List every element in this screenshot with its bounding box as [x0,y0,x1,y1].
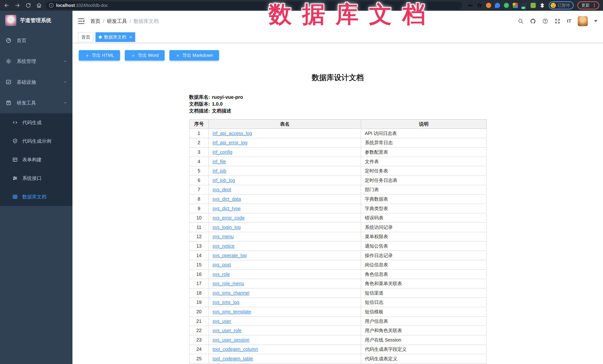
export-button-0[interactable]: ＋导出 HTML [79,50,120,61]
table-row: 8sys_dict_data字典数据表 [189,194,487,204]
extension-leaf-icon[interactable] [531,3,536,8]
table-name-link[interactable]: inf_job [212,168,226,173]
sidebar-collapse-icon[interactable] [78,18,84,24]
table-row: 4inf_file文件表 [189,157,487,166]
tag-view[interactable]: 首页 [78,32,94,42]
avatar-caret-down-icon[interactable] [594,20,597,24]
sidebar-subitem-form-builder[interactable]: 表单构建 [0,150,72,169]
browser-back-icon[interactable] [4,2,10,8]
table-name-link[interactable]: sys_dict_type [212,206,241,211]
table-name-link[interactable]: sys_role [212,272,230,277]
table-name-cell: sys_menu [209,232,361,242]
dbtable-icon [12,194,18,199]
table-name-cell: sys_sms_channel [209,288,361,298]
export-button-1[interactable]: ＋导出 Word [125,50,165,61]
extension-blue-icon[interactable] [495,3,500,8]
form-icon [12,157,18,162]
table-name-link[interactable]: sys_role_menu [212,281,244,286]
sidebar-item-home[interactable]: 首页 [0,30,72,51]
export-button-2[interactable]: ＋导出 Markdown [169,50,219,61]
table-name-link[interactable]: sys_error_code [212,215,244,220]
extensions-puzzle-icon[interactable] [539,3,545,8]
table-desc-cell: 代码生成表字段定义 [361,345,487,354]
sidebar-subitem-label: 代码生成 [22,119,42,126]
sidebar-item-devtools[interactable]: 研发工具 [0,92,72,113]
extension-grid-icon[interactable] [513,3,518,8]
doc-meta-line: 数据库名:ruoyi-vue-pro [189,94,486,101]
table-name-link[interactable]: sys_user_role [212,328,242,333]
app-logo-row[interactable]: 芋道管理系统 [0,11,72,30]
user-avatar[interactable] [578,16,588,26]
table-name-link[interactable]: sys_user [212,319,231,324]
browser-update-button[interactable]: 更新 ⋮ [577,1,599,10]
sidebar-subitem-codegen[interactable]: 代码生成 [0,113,72,132]
extension-green-check-icon[interactable]: ✓ [504,3,509,8]
table-name-link[interactable]: sys_dict_data [212,196,241,202]
sidebar-item-infra[interactable]: 基础设施 [0,72,72,92]
gear-icon [6,58,12,64]
sidebar-subitem-codegen-demo[interactable]: 代码生成示例 [0,132,72,150]
bookmark-star-icon[interactable] [477,3,482,8]
browser-menu-kebab-icon[interactable]: ⋮ [592,3,597,8]
extension-on-badge-icon[interactable]: on [522,3,527,8]
table-desc-cell: 错误码表 [361,213,487,222]
table-name-link[interactable]: sys_login_log [212,225,241,230]
plus-icon: ＋ [85,53,90,58]
breadcrumb-item[interactable]: 首页 [90,18,100,24]
breadcrumb-item[interactable]: 研发工具 [107,18,127,24]
row-index-cell: 18 [189,288,209,298]
fullscreen-icon[interactable] [555,18,560,24]
tag-active-view[interactable]: 数据库文档× [95,32,135,42]
export-button-label: 导出 Word [138,52,159,58]
search-icon[interactable] [518,18,524,24]
table-name-link[interactable]: sys_notice [212,243,234,249]
table-name-link[interactable]: sys_post [212,262,231,267]
table-desc-cell: 角色和菜单关联表 [361,279,487,288]
table-name-link[interactable]: tool_codegen_table [212,356,253,361]
font-size-icon[interactable]: tT [567,18,571,24]
table-name-link[interactable]: sys_sms_log [212,300,239,305]
tag-close-icon[interactable]: × [129,35,132,39]
table-name-link[interactable]: tool_codegen_column [212,347,258,352]
table-name-link[interactable]: sys_sms_template [212,309,251,314]
extension-orange-icon[interactable] [486,3,491,8]
browser-forward-icon[interactable] [14,2,20,8]
table-desc-cell: 字典类型表 [361,204,487,213]
table-desc-cell: 参数配置表 [361,147,487,157]
table-name-cell: sys_post [209,260,361,270]
table-name-link[interactable]: inf_job_log [212,178,235,183]
table-name-link[interactable]: inf_api_error_log [212,140,247,145]
sidebar-subitem-system-api[interactable]: 系统接口 [0,169,72,188]
site-info-icon[interactable]: i [49,3,54,8]
meta-label: 数据库名: [189,94,210,100]
table-name-link[interactable]: sys_user_session [212,337,249,342]
table-name-link[interactable]: inf_config [212,149,232,155]
table-name-cell: tool_codegen_column [209,345,361,354]
browser-home-icon[interactable] [36,2,42,8]
table-row: 24tool_codegen_column代码生成表字段定义 [189,345,487,354]
browser-address-bar[interactable]: i localhost:1024/tool/db-doc [46,1,462,9]
code-icon [12,120,18,125]
tag-active-dot [99,36,102,39]
table-name-link[interactable]: sys_menu [212,234,234,239]
table-name-link[interactable]: sys_operate_log [212,253,246,258]
row-index-cell: 7 [189,185,209,195]
sidebar-item-system[interactable]: 系统管理 [0,51,72,72]
table-name-link[interactable]: inf_file [212,159,226,164]
browser-window: i localhost:1024/tool/db-doc ✓ on 已暂停 更新… [0,0,603,364]
sidebar-subitem-db-doc[interactable]: 数据库文档 [0,188,72,206]
table-name-link[interactable]: inf_api_access_log [212,131,252,136]
table-row: 18sys_sms_channel短信渠道 [189,288,487,298]
row-index-cell: 16 [189,270,209,279]
db-tables-table: 序号表名说明1inf_api_access_logAPI 访问日志表2inf_a… [189,119,487,364]
app-title: 芋道管理系统 [20,17,51,24]
table-name-link[interactable]: sys_dept [212,187,231,192]
table-row: 23sys_user_session用户在线 Session [189,335,487,345]
github-icon[interactable] [530,18,536,24]
table-row: 2inf_api_error_log系统异常日志 [189,138,487,148]
browser-reload-icon[interactable] [25,2,31,8]
table-name-link[interactable]: sys_sms_channel [212,290,249,296]
profile-paused-badge[interactable]: 已暂停 [549,1,574,10]
password-key-icon[interactable] [467,3,473,8]
help-icon[interactable] [542,18,548,24]
